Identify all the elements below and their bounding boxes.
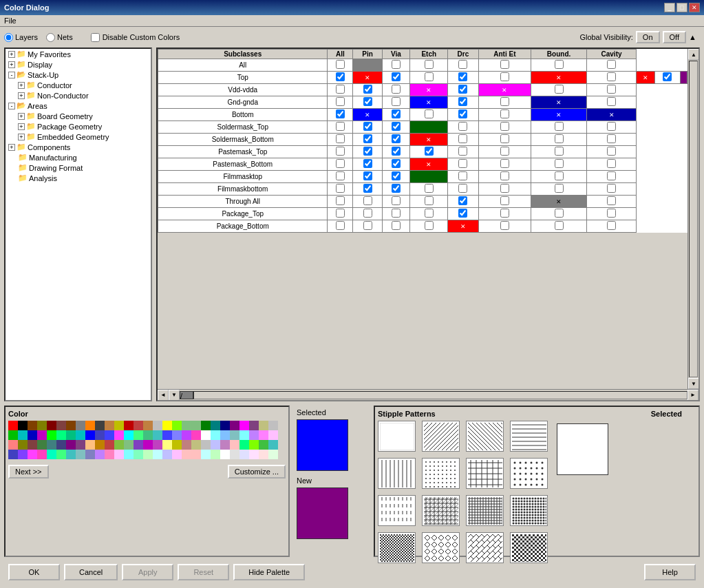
- tree-embedded-geometry[interactable]: + 📁 Embedded Geometry: [6, 132, 151, 142]
- cell[interactable]: [448, 134, 479, 146]
- tri-btn[interactable]: ▼: [169, 390, 180, 401]
- cell-color[interactable]: ✕: [410, 134, 448, 146]
- scroll-left-btn[interactable]: ◄: [158, 390, 169, 401]
- scroll-up-btn[interactable]: ▲: [688, 49, 698, 60]
- color-swatch[interactable]: [182, 421, 191, 430]
- color-swatch[interactable]: [249, 450, 259, 459]
- tree-analysis[interactable]: 📁 Analysis: [6, 173, 151, 183]
- color-swatch[interactable]: [47, 450, 56, 459]
- scroll-right-btn[interactable]: ►: [687, 390, 698, 401]
- cell[interactable]: [353, 146, 382, 158]
- cell[interactable]: [587, 196, 637, 208]
- color-swatch[interactable]: [268, 430, 278, 440]
- color-swatch[interactable]: [95, 430, 105, 440]
- color-swatch[interactable]: [211, 450, 220, 459]
- color-swatch[interactable]: [143, 430, 153, 440]
- cell[interactable]: [328, 72, 353, 84]
- cell-color[interactable]: ✕: [448, 220, 479, 233]
- color-swatch[interactable]: [143, 421, 153, 430]
- cell[interactable]: [353, 196, 382, 208]
- color-swatch[interactable]: [172, 440, 182, 450]
- color-swatch[interactable]: [114, 421, 124, 430]
- color-swatch[interactable]: [95, 450, 105, 459]
- cell-color[interactable]: ✕: [636, 72, 654, 84]
- stipple-checker[interactable]: [510, 532, 548, 563]
- tree-components[interactable]: + 📁 Components: [6, 142, 151, 152]
- cell[interactable]: [531, 59, 587, 72]
- help-button[interactable]: Help: [644, 564, 696, 580]
- color-swatch[interactable]: [191, 450, 201, 459]
- tree-drawing-format[interactable]: 📁 Drawing Format: [6, 162, 151, 173]
- cell[interactable]: [328, 96, 353, 109]
- cell[interactable]: [478, 220, 531, 233]
- color-swatch[interactable]: [8, 430, 18, 440]
- color-swatch[interactable]: [201, 450, 211, 459]
- color-swatch[interactable]: [268, 450, 278, 459]
- cell-color[interactable]: ✕: [410, 158, 448, 171]
- tree-manufacturing[interactable]: 📁 Manufacturing: [6, 152, 151, 162]
- cell-color[interactable]: ✕: [531, 96, 587, 109]
- color-swatch[interactable]: [162, 421, 172, 430]
- cell[interactable]: [410, 196, 448, 208]
- cell[interactable]: [410, 220, 448, 233]
- cell[interactable]: [328, 196, 353, 208]
- disable-custom-checkbox[interactable]: [91, 33, 100, 42]
- cell[interactable]: [478, 146, 531, 158]
- stipple-diagonal[interactable]: [422, 421, 460, 452]
- color-swatch[interactable]: [66, 440, 76, 450]
- color-swatch[interactable]: [162, 430, 172, 440]
- next-button[interactable]: Next >>: [8, 465, 49, 479]
- color-swatch[interactable]: [182, 430, 191, 440]
- cell[interactable]: [382, 59, 410, 72]
- tree-areas[interactable]: - 📂 Areas: [6, 101, 151, 111]
- color-swatch[interactable]: [259, 430, 268, 440]
- color-swatch[interactable]: [230, 440, 239, 450]
- expand-icon[interactable]: +: [18, 123, 25, 130]
- color-swatch[interactable]: [37, 440, 47, 450]
- color-swatch[interactable]: [85, 430, 95, 440]
- stipple-grid-pattern[interactable]: [422, 495, 460, 526]
- cell[interactable]: [448, 109, 479, 121]
- color-swatch[interactable]: [162, 440, 172, 450]
- color-swatch[interactable]: [220, 450, 230, 459]
- color-swatch[interactable]: [211, 430, 220, 440]
- color-swatch[interactable]: [211, 440, 220, 450]
- file-menu[interactable]: File: [4, 17, 17, 25]
- cell[interactable]: [382, 121, 410, 134]
- stipple-cross[interactable]: [466, 458, 504, 489]
- cell[interactable]: [587, 134, 637, 146]
- cell[interactable]: [410, 208, 448, 220]
- expand-icon[interactable]: +: [18, 113, 25, 120]
- color-swatch[interactable]: [191, 430, 201, 440]
- color-swatch[interactable]: [268, 421, 278, 430]
- color-swatch[interactable]: [56, 450, 66, 459]
- color-swatch[interactable]: [8, 421, 18, 430]
- stipple-dense2[interactable]: [378, 532, 416, 563]
- cell[interactable]: [478, 208, 531, 220]
- close-button[interactable]: ✕: [689, 3, 700, 12]
- color-swatch[interactable]: [259, 421, 268, 430]
- cell-color[interactable]: [680, 72, 687, 84]
- color-swatch[interactable]: [153, 421, 162, 430]
- stipple-dot[interactable]: [422, 458, 460, 489]
- color-swatch[interactable]: [201, 430, 211, 440]
- color-swatch[interactable]: [66, 430, 76, 440]
- color-swatch[interactable]: [85, 421, 95, 430]
- cell[interactable]: [353, 158, 382, 171]
- cell-color[interactable]: ✕: [353, 109, 382, 121]
- expand-icon[interactable]: +: [18, 134, 25, 140]
- cell-color[interactable]: ✕: [410, 96, 448, 109]
- expand-icon[interactable]: +: [8, 51, 15, 58]
- color-swatch[interactable]: [211, 421, 220, 430]
- cell[interactable]: [478, 158, 531, 171]
- expand-icon[interactable]: -: [8, 103, 15, 109]
- stipple-zigzag[interactable]: [466, 532, 504, 563]
- color-swatch[interactable]: [18, 421, 28, 430]
- cell[interactable]: [531, 84, 587, 96]
- cell[interactable]: [448, 171, 479, 183]
- cell-color[interactable]: ✕: [478, 84, 531, 96]
- color-swatch[interactable]: [85, 440, 95, 450]
- color-swatch[interactable]: [95, 440, 105, 450]
- color-swatch[interactable]: [162, 450, 172, 459]
- ok-button[interactable]: OK: [8, 564, 60, 580]
